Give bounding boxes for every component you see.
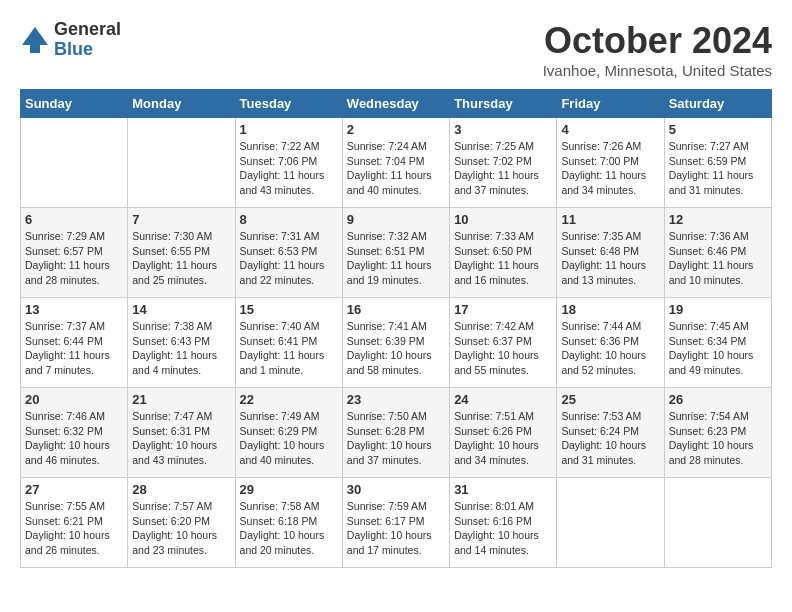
calendar-cell: 25Sunrise: 7:53 AMSunset: 6:24 PMDayligh… xyxy=(557,388,664,478)
calendar-cell: 26Sunrise: 7:54 AMSunset: 6:23 PMDayligh… xyxy=(664,388,771,478)
day-number: 21 xyxy=(132,392,230,407)
day-info: Sunrise: 7:51 AMSunset: 6:26 PMDaylight:… xyxy=(454,409,552,468)
day-info: Sunrise: 7:41 AMSunset: 6:39 PMDaylight:… xyxy=(347,319,445,378)
calendar-cell xyxy=(557,478,664,568)
calendar-cell: 29Sunrise: 7:58 AMSunset: 6:18 PMDayligh… xyxy=(235,478,342,568)
day-number: 3 xyxy=(454,122,552,137)
calendar-cell xyxy=(664,478,771,568)
day-info: Sunrise: 7:38 AMSunset: 6:43 PMDaylight:… xyxy=(132,319,230,378)
calendar-cell: 12Sunrise: 7:36 AMSunset: 6:46 PMDayligh… xyxy=(664,208,771,298)
day-info: Sunrise: 7:42 AMSunset: 6:37 PMDaylight:… xyxy=(454,319,552,378)
day-info: Sunrise: 7:32 AMSunset: 6:51 PMDaylight:… xyxy=(347,229,445,288)
day-info: Sunrise: 7:25 AMSunset: 7:02 PMDaylight:… xyxy=(454,139,552,198)
calendar-cell: 10Sunrise: 7:33 AMSunset: 6:50 PMDayligh… xyxy=(450,208,557,298)
weekday-header: Friday xyxy=(557,90,664,118)
svg-rect-1 xyxy=(30,45,40,53)
day-info: Sunrise: 7:29 AMSunset: 6:57 PMDaylight:… xyxy=(25,229,123,288)
logo-general: General xyxy=(54,20,121,40)
calendar-cell: 1Sunrise: 7:22 AMSunset: 7:06 PMDaylight… xyxy=(235,118,342,208)
calendar-cell: 6Sunrise: 7:29 AMSunset: 6:57 PMDaylight… xyxy=(21,208,128,298)
day-number: 26 xyxy=(669,392,767,407)
day-number: 15 xyxy=(240,302,338,317)
calendar-cell: 8Sunrise: 7:31 AMSunset: 6:53 PMDaylight… xyxy=(235,208,342,298)
day-number: 6 xyxy=(25,212,123,227)
calendar-cell: 22Sunrise: 7:49 AMSunset: 6:29 PMDayligh… xyxy=(235,388,342,478)
calendar-cell: 7Sunrise: 7:30 AMSunset: 6:55 PMDaylight… xyxy=(128,208,235,298)
calendar-cell: 11Sunrise: 7:35 AMSunset: 6:48 PMDayligh… xyxy=(557,208,664,298)
day-number: 9 xyxy=(347,212,445,227)
day-number: 28 xyxy=(132,482,230,497)
day-number: 29 xyxy=(240,482,338,497)
calendar-cell: 16Sunrise: 7:41 AMSunset: 6:39 PMDayligh… xyxy=(342,298,449,388)
calendar-week-row: 1Sunrise: 7:22 AMSunset: 7:06 PMDaylight… xyxy=(21,118,772,208)
day-info: Sunrise: 7:30 AMSunset: 6:55 PMDaylight:… xyxy=(132,229,230,288)
calendar: SundayMondayTuesdayWednesdayThursdayFrid… xyxy=(20,89,772,568)
calendar-cell: 23Sunrise: 7:50 AMSunset: 6:28 PMDayligh… xyxy=(342,388,449,478)
day-info: Sunrise: 7:40 AMSunset: 6:41 PMDaylight:… xyxy=(240,319,338,378)
day-number: 5 xyxy=(669,122,767,137)
calendar-cell: 9Sunrise: 7:32 AMSunset: 6:51 PMDaylight… xyxy=(342,208,449,298)
day-info: Sunrise: 7:47 AMSunset: 6:31 PMDaylight:… xyxy=(132,409,230,468)
day-number: 12 xyxy=(669,212,767,227)
calendar-cell: 18Sunrise: 7:44 AMSunset: 6:36 PMDayligh… xyxy=(557,298,664,388)
day-info: Sunrise: 7:59 AMSunset: 6:17 PMDaylight:… xyxy=(347,499,445,558)
day-info: Sunrise: 7:35 AMSunset: 6:48 PMDaylight:… xyxy=(561,229,659,288)
calendar-cell: 28Sunrise: 7:57 AMSunset: 6:20 PMDayligh… xyxy=(128,478,235,568)
day-info: Sunrise: 7:27 AMSunset: 6:59 PMDaylight:… xyxy=(669,139,767,198)
day-number: 7 xyxy=(132,212,230,227)
weekday-header: Tuesday xyxy=(235,90,342,118)
day-number: 1 xyxy=(240,122,338,137)
month-title: October 2024 xyxy=(543,20,772,62)
calendar-cell: 20Sunrise: 7:46 AMSunset: 6:32 PMDayligh… xyxy=(21,388,128,478)
day-number: 18 xyxy=(561,302,659,317)
weekday-header: Monday xyxy=(128,90,235,118)
calendar-cell: 17Sunrise: 7:42 AMSunset: 6:37 PMDayligh… xyxy=(450,298,557,388)
calendar-cell: 2Sunrise: 7:24 AMSunset: 7:04 PMDaylight… xyxy=(342,118,449,208)
day-info: Sunrise: 7:57 AMSunset: 6:20 PMDaylight:… xyxy=(132,499,230,558)
calendar-cell: 15Sunrise: 7:40 AMSunset: 6:41 PMDayligh… xyxy=(235,298,342,388)
day-number: 11 xyxy=(561,212,659,227)
day-info: Sunrise: 7:55 AMSunset: 6:21 PMDaylight:… xyxy=(25,499,123,558)
calendar-cell: 14Sunrise: 7:38 AMSunset: 6:43 PMDayligh… xyxy=(128,298,235,388)
calendar-cell: 31Sunrise: 8:01 AMSunset: 6:16 PMDayligh… xyxy=(450,478,557,568)
weekday-header: Sunday xyxy=(21,90,128,118)
calendar-cell xyxy=(128,118,235,208)
day-info: Sunrise: 7:46 AMSunset: 6:32 PMDaylight:… xyxy=(25,409,123,468)
day-info: Sunrise: 7:53 AMSunset: 6:24 PMDaylight:… xyxy=(561,409,659,468)
weekday-header: Saturday xyxy=(664,90,771,118)
day-number: 17 xyxy=(454,302,552,317)
day-info: Sunrise: 7:58 AMSunset: 6:18 PMDaylight:… xyxy=(240,499,338,558)
day-info: Sunrise: 7:24 AMSunset: 7:04 PMDaylight:… xyxy=(347,139,445,198)
calendar-cell: 3Sunrise: 7:25 AMSunset: 7:02 PMDaylight… xyxy=(450,118,557,208)
day-number: 23 xyxy=(347,392,445,407)
day-number: 25 xyxy=(561,392,659,407)
day-info: Sunrise: 7:26 AMSunset: 7:00 PMDaylight:… xyxy=(561,139,659,198)
logo-text: General Blue xyxy=(54,20,121,60)
day-number: 13 xyxy=(25,302,123,317)
day-info: Sunrise: 7:31 AMSunset: 6:53 PMDaylight:… xyxy=(240,229,338,288)
day-number: 27 xyxy=(25,482,123,497)
svg-marker-0 xyxy=(22,27,48,45)
day-number: 22 xyxy=(240,392,338,407)
day-info: Sunrise: 7:50 AMSunset: 6:28 PMDaylight:… xyxy=(347,409,445,468)
calendar-cell: 5Sunrise: 7:27 AMSunset: 6:59 PMDaylight… xyxy=(664,118,771,208)
logo-blue: Blue xyxy=(54,40,121,60)
page-header: General Blue October 2024 Ivanhoe, Minne… xyxy=(20,20,772,79)
day-number: 8 xyxy=(240,212,338,227)
calendar-cell: 21Sunrise: 7:47 AMSunset: 6:31 PMDayligh… xyxy=(128,388,235,478)
weekday-header: Wednesday xyxy=(342,90,449,118)
day-number: 30 xyxy=(347,482,445,497)
day-info: Sunrise: 7:49 AMSunset: 6:29 PMDaylight:… xyxy=(240,409,338,468)
calendar-cell: 19Sunrise: 7:45 AMSunset: 6:34 PMDayligh… xyxy=(664,298,771,388)
day-number: 10 xyxy=(454,212,552,227)
calendar-cell xyxy=(21,118,128,208)
calendar-cell: 4Sunrise: 7:26 AMSunset: 7:00 PMDaylight… xyxy=(557,118,664,208)
day-info: Sunrise: 7:37 AMSunset: 6:44 PMDaylight:… xyxy=(25,319,123,378)
calendar-cell: 27Sunrise: 7:55 AMSunset: 6:21 PMDayligh… xyxy=(21,478,128,568)
day-number: 2 xyxy=(347,122,445,137)
calendar-week-row: 20Sunrise: 7:46 AMSunset: 6:32 PMDayligh… xyxy=(21,388,772,478)
day-info: Sunrise: 7:45 AMSunset: 6:34 PMDaylight:… xyxy=(669,319,767,378)
day-info: Sunrise: 7:36 AMSunset: 6:46 PMDaylight:… xyxy=(669,229,767,288)
day-info: Sunrise: 7:44 AMSunset: 6:36 PMDaylight:… xyxy=(561,319,659,378)
calendar-cell: 30Sunrise: 7:59 AMSunset: 6:17 PMDayligh… xyxy=(342,478,449,568)
